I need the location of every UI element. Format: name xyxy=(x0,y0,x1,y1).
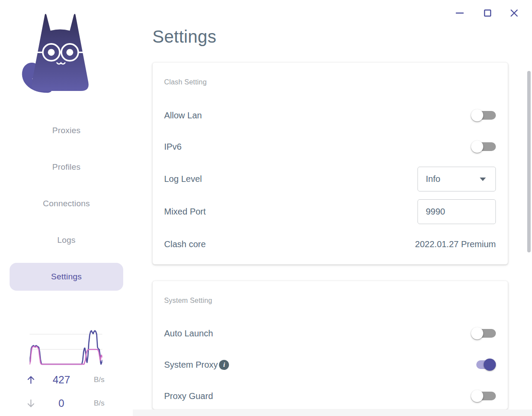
upload-line xyxy=(30,331,102,364)
traffic-graph xyxy=(30,330,102,366)
system-setting-card: System Setting Auto Launch System Proxy … xyxy=(152,281,508,409)
page-title: Settings xyxy=(152,27,216,47)
upload-speed-value: 427 xyxy=(37,374,86,386)
info-icon[interactable]: i xyxy=(219,360,229,370)
allow-lan-label: Allow Lan xyxy=(164,111,202,121)
sidebar: Proxies Profiles Connections Logs Settin… xyxy=(0,0,133,416)
scrollbar-thumb[interactable] xyxy=(527,71,531,252)
minimize-button[interactable] xyxy=(451,4,468,22)
sidebar-item-connections[interactable]: Connections xyxy=(10,190,123,218)
allow-lan-toggle[interactable] xyxy=(471,109,496,121)
clash-setting-card: Clash Setting Allow Lan IPv6 Log Level I… xyxy=(152,62,508,265)
proxy-guard-row: Proxy Guard xyxy=(164,384,496,408)
mixed-port-label: Mixed Port xyxy=(164,207,206,217)
clash-cat-logo xyxy=(18,11,104,97)
clash-setting-header: Clash Setting xyxy=(164,78,207,86)
ipv6-row: IPv6 xyxy=(164,134,496,159)
download-speed-unit: B/s xyxy=(86,399,104,408)
log-level-selected-value: Info xyxy=(426,174,440,184)
toggle-thumb xyxy=(471,327,483,339)
clash-core-label: Clash core xyxy=(164,239,206,249)
system-setting-header: System Setting xyxy=(164,297,212,305)
auto-launch-toggle[interactable] xyxy=(471,327,496,339)
toggle-thumb xyxy=(471,141,483,153)
download-arrow-icon xyxy=(25,398,37,409)
toggle-thumb xyxy=(484,359,496,371)
minimize-icon xyxy=(455,8,465,18)
auto-launch-row: Auto Launch xyxy=(164,321,496,346)
sidebar-item-profiles[interactable]: Profiles xyxy=(10,153,123,181)
sidebar-item-logs[interactable]: Logs xyxy=(10,226,123,254)
upload-stat-row: 427 B/s xyxy=(25,371,104,389)
ipv6-label: IPv6 xyxy=(164,142,182,152)
maximize-icon xyxy=(483,8,492,18)
chevron-down-icon xyxy=(480,178,486,181)
upload-speed-unit: B/s xyxy=(86,376,104,384)
sidebar-item-proxies[interactable]: Proxies xyxy=(10,117,123,144)
log-level-label: Log Level xyxy=(164,174,202,184)
log-level-row: Log Level Info xyxy=(164,167,496,191)
maximize-button[interactable] xyxy=(479,4,496,22)
system-proxy-toggle[interactable] xyxy=(471,359,496,371)
clash-core-row: Clash core 2022.01.27 Premium xyxy=(164,232,496,256)
download-speed-value: 0 xyxy=(37,397,86,409)
content-bottom-edge xyxy=(133,409,532,416)
sidebar-item-settings[interactable]: Settings xyxy=(10,263,123,291)
toggle-thumb xyxy=(471,109,483,121)
system-proxy-label: System Proxy xyxy=(164,360,218,370)
auto-launch-label: Auto Launch xyxy=(164,329,213,339)
clash-core-version: 2022.01.27 Premium xyxy=(415,239,496,249)
close-icon xyxy=(509,8,519,18)
system-proxy-row: System Proxy i xyxy=(164,352,496,377)
ipv6-toggle[interactable] xyxy=(471,141,496,153)
mixed-port-input[interactable] xyxy=(418,199,496,224)
proxy-guard-toggle[interactable] xyxy=(471,390,496,402)
mixed-port-row: Mixed Port xyxy=(164,199,496,224)
proxy-guard-label: Proxy Guard xyxy=(164,391,213,401)
log-level-select[interactable]: Info xyxy=(418,167,496,191)
upload-arrow-icon xyxy=(25,375,37,385)
close-button[interactable] xyxy=(505,4,523,22)
allow-lan-row: Allow Lan xyxy=(164,103,496,127)
toggle-thumb xyxy=(471,390,483,402)
download-stat-row: 0 B/s xyxy=(25,395,104,412)
